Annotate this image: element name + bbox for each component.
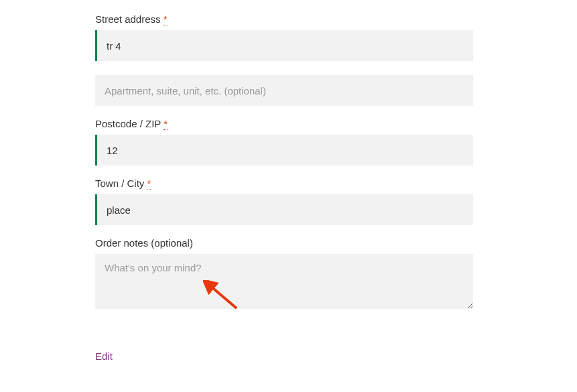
street-address-label-text: Street address xyxy=(95,13,161,25)
city-label-text: Town / City xyxy=(95,178,144,189)
postcode-group: Postcode / ZIP * xyxy=(95,118,473,166)
street-address-input[interactable] xyxy=(95,30,473,61)
postcode-label-text: Postcode / ZIP xyxy=(95,118,161,129)
apartment-input[interactable] xyxy=(95,75,473,106)
city-label: Town / City * xyxy=(95,178,473,189)
order-notes-group: Order notes (optional) xyxy=(95,237,473,309)
city-input[interactable] xyxy=(95,194,473,225)
checkout-form: Street address * Postcode / ZIP * Town /… xyxy=(0,0,473,363)
street-address-group: Street address * xyxy=(95,13,473,61)
street-address-label: Street address * xyxy=(95,13,473,25)
required-asterisk: * xyxy=(164,118,168,130)
postcode-label: Postcode / ZIP * xyxy=(95,118,473,129)
required-asterisk: * xyxy=(147,178,151,190)
city-group: Town / City * xyxy=(95,178,473,225)
required-asterisk: * xyxy=(164,13,168,25)
apartment-group xyxy=(95,75,473,106)
order-notes-label: Order notes (optional) xyxy=(95,237,473,249)
edit-link[interactable]: Edit xyxy=(95,350,113,362)
postcode-input[interactable] xyxy=(95,135,473,166)
order-notes-textarea[interactable] xyxy=(95,254,473,309)
